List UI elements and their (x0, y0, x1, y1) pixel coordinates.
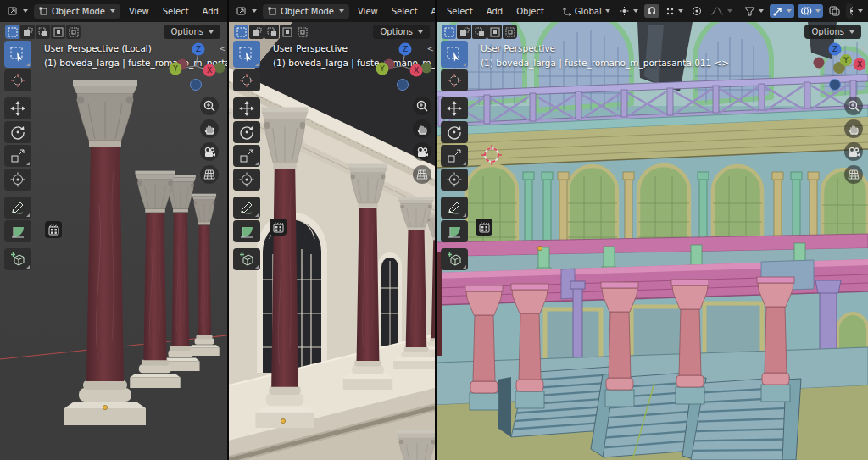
axis-neg-y-ball[interactable] (214, 63, 225, 74)
menu-add[interactable]: Add (481, 5, 508, 18)
clapper-icon[interactable] (270, 219, 287, 236)
select-mode-intersect[interactable] (295, 25, 309, 39)
select-mode-invert[interactable] (51, 25, 65, 39)
overlays-dropdown[interactable] (798, 4, 823, 18)
tool-annotate[interactable] (4, 197, 31, 219)
shading-dropdown-chevron[interactable] (858, 9, 863, 13)
mode-label: Object Mode (52, 7, 105, 16)
tool-measure[interactable] (233, 220, 260, 242)
select-mode-intersect[interactable] (66, 25, 81, 39)
select-mode-subtract[interactable] (472, 25, 487, 39)
navigation-axis-gizmo[interactable]: Z Y X (168, 42, 227, 95)
tool-select-box[interactable] (233, 41, 260, 68)
tool-move[interactable] (233, 97, 260, 119)
zoom-icon[interactable] (413, 97, 431, 115)
object-mode-icon (268, 7, 277, 16)
snap-magnet-toggle[interactable] (644, 4, 659, 18)
orthographic-grid-icon[interactable] (844, 165, 863, 184)
tool-scale[interactable] (4, 145, 31, 167)
gizmos-dropdown[interactable] (770, 4, 794, 18)
shading-wireframe-button[interactable] (846, 3, 853, 19)
tool-cursor[interactable] (233, 69, 260, 91)
proportional-falloff-dropdown[interactable] (708, 4, 735, 18)
axis-neg-z-ball[interactable] (191, 80, 202, 91)
zoom-icon[interactable] (200, 97, 219, 115)
editor-type-button[interactable] (5, 4, 31, 18)
tool-add-cube[interactable] (4, 248, 31, 270)
orthographic-grid-icon[interactable] (200, 165, 219, 184)
select-mode-subtract[interactable] (264, 25, 279, 39)
navigation-axis-gizmo[interactable]: Z Y X (807, 42, 866, 95)
tool-cursor[interactable] (4, 69, 31, 91)
menu-add[interactable]: Add (198, 5, 224, 18)
menu-view[interactable]: View (353, 5, 383, 18)
menu-select[interactable]: Select (158, 5, 194, 18)
tool-cursor[interactable] (441, 69, 468, 91)
select-mode-invert[interactable] (280, 25, 294, 39)
camera-icon[interactable] (413, 142, 431, 161)
tool-rotate[interactable] (4, 121, 31, 143)
navigation-axis-gizmo[interactable]: Z Y X (375, 42, 434, 95)
menu-select[interactable]: Select (387, 5, 423, 18)
pan-hand-icon[interactable] (200, 119, 219, 138)
axis-neg-z-ball[interactable] (830, 80, 841, 91)
tool-select-box[interactable] (441, 41, 468, 68)
menu-select[interactable]: Select (442, 5, 478, 18)
menu-add[interactable]: Add (426, 5, 435, 18)
tool-measure[interactable] (4, 220, 31, 242)
tool-transform[interactable] (233, 169, 260, 191)
pivot-point-dropdown[interactable] (616, 4, 641, 18)
tool-rotate[interactable] (233, 121, 260, 143)
camera-icon[interactable] (844, 142, 863, 161)
select-mode-set[interactable] (234, 25, 248, 39)
tool-add-cube[interactable] (441, 248, 468, 270)
tool-add-cube[interactable] (233, 248, 260, 270)
zoom-icon[interactable] (844, 97, 863, 115)
editor-type-icon (8, 6, 19, 16)
snap-target-dropdown[interactable] (663, 5, 686, 18)
tool-scale[interactable] (441, 145, 468, 167)
tool-annotate[interactable] (233, 197, 260, 219)
axis-neg-y-ball[interactable] (421, 63, 432, 74)
object-type-visibility-dropdown[interactable] (742, 4, 766, 18)
select-mode-subtract[interactable] (36, 25, 50, 39)
select-mode-set[interactable] (5, 25, 19, 39)
tool-transform[interactable] (4, 169, 31, 191)
menu-view[interactable]: View (124, 5, 154, 18)
tool-measure[interactable] (441, 220, 468, 242)
select-mode-extend[interactable] (457, 25, 471, 39)
tool-move[interactable] (441, 97, 468, 119)
options-dropdown[interactable]: Options (804, 25, 861, 39)
tool-transform[interactable] (441, 169, 468, 191)
select-mode-extend[interactable] (249, 25, 264, 39)
camera-icon[interactable] (200, 142, 219, 161)
toggle-xray-button[interactable] (826, 4, 843, 18)
menu-object[interactable]: Object (511, 5, 549, 18)
select-mode-intersect[interactable] (503, 25, 517, 39)
pan-hand-icon[interactable] (413, 119, 431, 138)
mode-dropdown[interactable]: Object Mode (34, 4, 120, 19)
options-dropdown[interactable]: Options (164, 25, 220, 39)
tool-scale[interactable] (233, 145, 260, 167)
select-mode-extend[interactable] (20, 25, 35, 39)
select-mode-set[interactable] (442, 25, 456, 39)
tool-annotate[interactable] (441, 197, 468, 219)
editor-type-button[interactable] (234, 4, 259, 18)
viewport-header-3: Select Add Object Global (437, 0, 868, 22)
pan-hand-icon[interactable] (844, 119, 863, 138)
clapper-icon[interactable] (45, 221, 62, 238)
active-object-info: (1) boveda_larga | fuste_romano_m_portas… (481, 58, 729, 68)
clapper-icon[interactable] (476, 219, 492, 236)
axis-neg-z-ball[interactable] (398, 80, 409, 91)
axis-neg-x-ball[interactable] (814, 58, 825, 69)
tool-select-box[interactable] (4, 41, 31, 68)
tool-rotate[interactable] (441, 121, 468, 143)
viewport-3d-scene-3[interactable] (437, 0, 868, 460)
orthographic-grid-icon[interactable] (413, 165, 431, 184)
proportional-editing-toggle[interactable] (689, 4, 704, 18)
transform-orientation-dropdown[interactable]: Global (559, 4, 613, 18)
mode-dropdown[interactable]: Object Mode (263, 4, 349, 19)
select-mode-invert[interactable] (487, 25, 502, 39)
options-dropdown[interactable]: Options (373, 25, 430, 39)
tool-move[interactable] (4, 97, 31, 119)
